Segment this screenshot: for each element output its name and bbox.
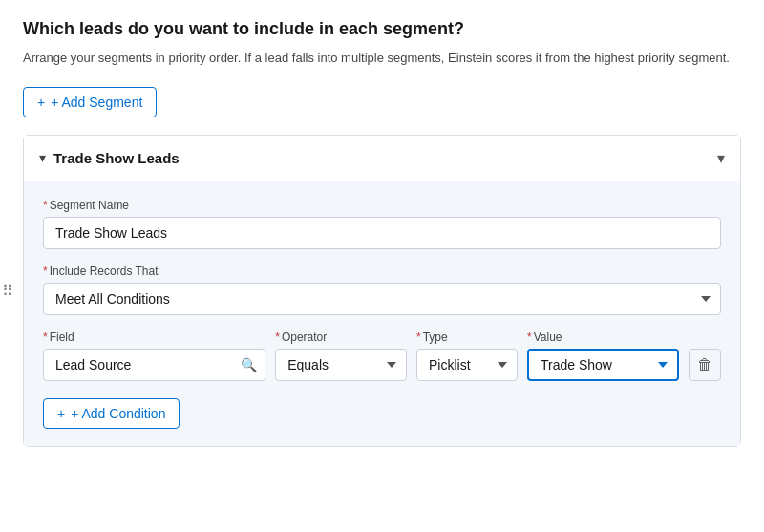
add-segment-button[interactable]: + + Add Segment [23, 87, 157, 117]
segment-body: *Segment Name *Include Records That Meet… [24, 181, 740, 446]
add-segment-label: + Add Segment [51, 95, 142, 110]
segment-name-input[interactable] [43, 217, 721, 249]
segment-title: Trade Show Leads [53, 150, 180, 166]
trash-icon: 🗑 [697, 356, 712, 373]
plus-icon: + [37, 95, 45, 110]
search-icon: 🔍 [241, 357, 257, 372]
page-subtitle: Arrange your segments in priority order.… [23, 49, 741, 68]
value-select-wrap: Trade Show Web Phone Partner Email [527, 349, 679, 381]
include-records-select[interactable]: Meet All Conditions Meet Any Condition [43, 283, 721, 315]
conditions-section: *Field 🔍 *Operator Equals N [43, 330, 721, 381]
field-col-label: *Field [43, 330, 265, 344]
include-records-group: *Include Records That Meet All Condition… [43, 265, 721, 315]
segment-name-group: *Segment Name [43, 199, 721, 249]
value-select[interactable]: Trade Show Web Phone Partner Email [527, 349, 679, 381]
drag-handle-icon[interactable]: ⠿ [2, 282, 13, 300]
value-col-label: *Value [527, 330, 679, 344]
operator-col-label: *Operator [275, 330, 407, 344]
required-star-2: * [43, 265, 48, 278]
segment-options-dropdown-icon[interactable]: ▾ [717, 150, 725, 166]
add-condition-button[interactable]: + + Add Condition [43, 398, 180, 429]
operator-select[interactable]: Equals Not Equal To Contains Does Not Co… [275, 349, 407, 381]
operator-column: *Operator Equals Not Equal To Contains D… [275, 330, 407, 381]
segment-header-dropdown-wrap: ▾ [717, 149, 725, 167]
value-column: *Value Trade Show Web Phone Partner Emai… [527, 330, 679, 381]
page-title: Which leads do you want to include in ea… [23, 19, 741, 39]
segment-name-label: *Segment Name [43, 199, 721, 212]
field-input[interactable] [43, 349, 265, 381]
segment-header: ▾ Trade Show Leads ▾ [24, 136, 740, 181]
conditions-row: *Field 🔍 *Operator Equals N [43, 330, 721, 381]
segment-card: ▾ Trade Show Leads ▾ *Segment Name *Incl… [23, 135, 741, 447]
required-star: * [43, 199, 48, 212]
add-condition-label: + Add Condition [71, 406, 165, 421]
delete-condition-button[interactable]: 🗑 [689, 349, 721, 381]
plus-icon-condition: + [57, 406, 65, 421]
type-select[interactable]: Picklist Text Number Date [416, 349, 518, 381]
field-column: *Field 🔍 [43, 330, 265, 381]
collapse-chevron-icon[interactable]: ▾ [39, 150, 46, 165]
type-column: *Type Picklist Text Number Date [416, 330, 518, 381]
field-input-wrap: 🔍 [43, 349, 265, 381]
type-col-label: *Type [416, 330, 518, 344]
include-records-label: *Include Records That [43, 265, 721, 278]
